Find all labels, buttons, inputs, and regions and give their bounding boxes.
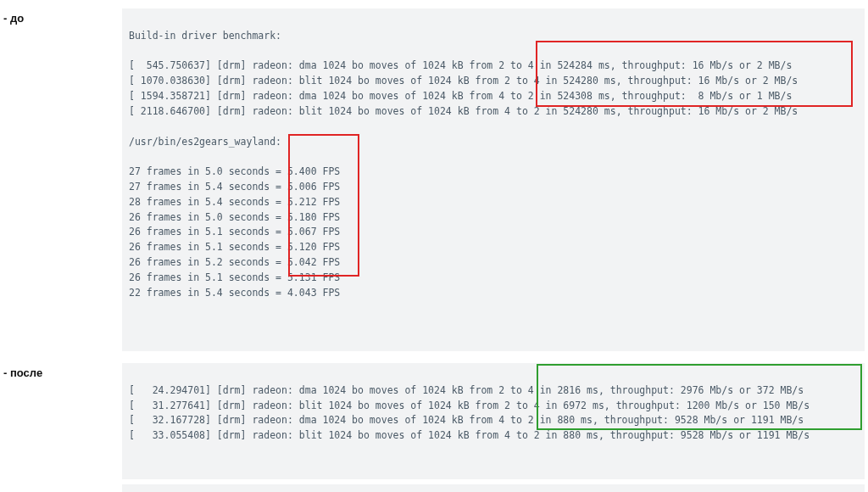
after-codeblock-dmesg: [ 24.294701] [drm] radeon: dma 1024 bo m…	[122, 363, 865, 479]
dmesg-line: [ 1594.358721] [drm] radeon: dma 1024 bo…	[129, 90, 792, 102]
before-section: - до Build-in driver benchmark: [ 545.75…	[3, 8, 865, 356]
gears-title: /usr/bin/es2gears_wayland:	[129, 136, 281, 148]
after-codeblock-gears: /usr/bin/es2gears_wayland: 300 frames in…	[122, 484, 865, 492]
gears-line: 26 frames in 5.1 seconds = 5.131 FPS	[129, 271, 340, 283]
gears-line: 26 frames in 5.0 seconds = 5.180 FPS	[129, 211, 340, 223]
before-content: Build-in driver benchmark: [ 545.750637]…	[122, 8, 865, 356]
gears-line: 28 frames in 5.4 seconds = 5.212 FPS	[129, 196, 340, 208]
after-section: - после [ 24.294701] [drm] radeon: dma 1…	[3, 363, 865, 492]
dmesg-line: [ 1070.038630] [drm] radeon: blit 1024 b…	[129, 75, 798, 87]
gears-line: 22 frames in 5.4 seconds = 4.043 FPS	[129, 287, 340, 299]
gears-line: 26 frames in 5.2 seconds = 5.042 FPS	[129, 256, 340, 268]
dmesg-line: [ 31.277641] [drm] radeon: blit 1024 bo …	[129, 400, 810, 411]
gears-line: 26 frames in 5.1 seconds = 5.120 FPS	[129, 241, 340, 253]
dmesg-line: [ 33.055408] [drm] radeon: blit 1024 bo …	[129, 429, 810, 441]
label-col: - после	[3, 363, 122, 379]
dmesg-line: [ 32.167728] [drm] radeon: dma 1024 bo m…	[129, 414, 804, 426]
label-col: - до	[3, 8, 122, 25]
dmesg-line: [ 24.294701] [drm] radeon: dma 1024 bo m…	[129, 384, 804, 396]
after-label: - после	[3, 366, 42, 379]
dmesg-line: [ 545.750637] [drm] radeon: dma 1024 bo …	[129, 59, 792, 71]
before-codeblock: Build-in driver benchmark: [ 545.750637]…	[122, 8, 865, 351]
before-heading: Build-in driver benchmark:	[129, 30, 281, 42]
gears-line: 26 frames in 5.1 seconds = 5.067 FPS	[129, 226, 340, 238]
gears-line: 27 frames in 5.4 seconds = 5.006 FPS	[129, 181, 340, 193]
gears-line: 27 frames in 5.0 seconds = 5.400 FPS	[129, 165, 340, 177]
dmesg-line: [ 2118.646700] [drm] radeon: blit 1024 b…	[129, 105, 798, 117]
before-label: - до	[3, 12, 24, 25]
after-content: [ 24.294701] [drm] radeon: dma 1024 bo m…	[122, 363, 865, 492]
